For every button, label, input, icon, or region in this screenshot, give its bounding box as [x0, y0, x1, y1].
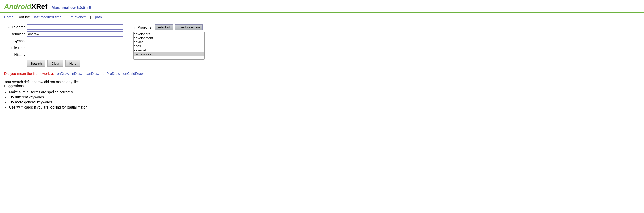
did-you-mean-section: Did you mean (for frameworks): onDraw nD… [4, 72, 640, 76]
dym-ndraw-link[interactable]: nDraw [72, 72, 82, 76]
project-listbox[interactable]: developers development device docs exter… [133, 32, 205, 60]
list-item[interactable]: developers [134, 32, 204, 36]
list-item: Use 'wil*' cards if you are looking for … [9, 105, 640, 109]
help-button[interactable]: Help [65, 60, 80, 67]
search-form: Full Search Definition Symbol File Path … [4, 24, 123, 67]
site-title: AndroidXRef Marshmallow 6.0.0_r5 [4, 3, 91, 10]
filepath-row: File Path [4, 45, 123, 50]
button-row: Search Clear Help [27, 60, 123, 67]
in-projects-label: In Project(s) [133, 25, 152, 29]
dym-candraw-link[interactable]: canDraw [85, 72, 99, 76]
search-area: Full Search Definition Symbol File Path … [4, 24, 640, 67]
suggestions-label: Suggestions: [4, 84, 640, 88]
list-item[interactable]: external [134, 48, 204, 52]
list-item[interactable]: development [134, 36, 204, 40]
search-button[interactable]: Search [27, 60, 45, 67]
nav-bar: Home Sort by: last modified time | relev… [0, 13, 644, 21]
history-row: History [4, 52, 123, 57]
brand-xref: XRef [31, 3, 47, 10]
project-section: In Project(s) select all invert selectio… [133, 24, 205, 67]
sort-last-modified-link[interactable]: last modified time [34, 15, 62, 19]
sort-by-label: Sort by: [18, 15, 30, 19]
filepath-input[interactable] [27, 45, 123, 50]
project-header: In Project(s) select all invert selectio… [133, 24, 205, 30]
dym-ondraw-link[interactable]: onDraw [57, 72, 69, 76]
main-content: Full Search Definition Symbol File Path … [0, 21, 644, 113]
suggestions-list: Make sure all terms are spelled correctl… [4, 90, 640, 109]
invert-selection-button[interactable]: invert selection [175, 24, 203, 30]
select-all-button[interactable]: select all [155, 24, 173, 30]
list-item[interactable]: docs [134, 44, 204, 48]
filepath-label: File Path [4, 46, 27, 50]
symbol-input[interactable] [27, 38, 123, 43]
list-item[interactable]: device [134, 40, 204, 44]
no-match-text: Your search defs:ondraw did not match an… [4, 80, 640, 84]
header: AndroidXRef Marshmallow 6.0.0_r5 [0, 0, 644, 13]
no-results-section: Your search defs:ondraw did not match an… [4, 80, 640, 109]
sort-path-link[interactable]: path [95, 15, 102, 19]
sort-relevance-link[interactable]: relevance [71, 15, 86, 19]
full-search-input[interactable] [27, 24, 123, 30]
clear-button[interactable]: Clear [47, 60, 63, 67]
history-input[interactable] [27, 52, 123, 57]
definition-input[interactable] [27, 31, 123, 37]
history-label: History [4, 53, 27, 57]
list-item: Try different keywords. [9, 95, 640, 99]
list-item: Make sure all terms are spelled correctl… [9, 90, 640, 94]
nav-home-link[interactable]: Home [4, 15, 13, 19]
full-search-row: Full Search [4, 24, 123, 30]
symbol-row: Symbol [4, 38, 123, 43]
list-item[interactable]: frameworks [134, 52, 204, 56]
list-item: Try more general keywords. [9, 100, 640, 104]
dym-onpredraw-link[interactable]: onPreDraw [103, 72, 120, 76]
version-label: Marshmallow 6.0.0_r5 [52, 5, 91, 10]
full-search-label: Full Search [4, 25, 27, 29]
dym-onchilddraw-link[interactable]: onChildDraw [123, 72, 144, 76]
symbol-label: Symbol [4, 39, 27, 43]
brand-android: Android [4, 3, 31, 10]
definition-label: Definition [4, 32, 27, 36]
definition-row: Definition [4, 31, 123, 37]
did-you-mean-prefix: Did you mean (for frameworks): [4, 72, 54, 76]
